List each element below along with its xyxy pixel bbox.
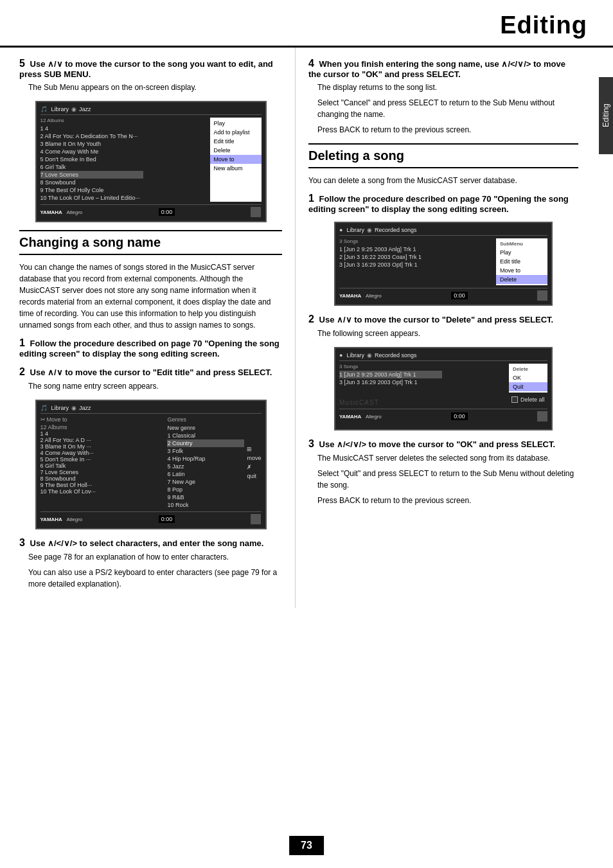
menu-item-delete: Delete <box>210 146 262 155</box>
screen-r2-time: 0:00 <box>451 412 468 420</box>
list-item: 6 Girl Talk <box>40 463 165 469</box>
screen-r2-top: ● Library ◉ Recorded songs <box>339 352 547 361</box>
step-4-body2: Select "Cancel" and press SELECT to retu… <box>317 97 578 120</box>
screen-r2-yamaha: YAMAHA Allegro <box>339 413 382 420</box>
genre-item: 10 Rock <box>167 501 244 509</box>
screen1-menu: Play Add to playlist Edit title Delete M… <box>210 118 262 202</box>
list-item: 3 [Jun 3 16:29 2003 Opt] Trk 1 <box>339 261 442 269</box>
screen1-list-header: 12 Albums <box>40 118 208 123</box>
genre-item: 5 Jazz <box>167 463 244 470</box>
menu-item-ok: OK <box>509 373 547 382</box>
screen-r1-top: ● Library ◉ Recorded songs <box>339 227 547 236</box>
step-5-header: 5 Use ∧/∨ to move the cursor to the song… <box>19 58 282 79</box>
list-item: 1 4 <box>40 125 143 132</box>
step-4-body3: Press BACK to return to the previous scr… <box>317 124 578 136</box>
yamaha-r1: YAMAHA <box>339 293 361 299</box>
screen2-category: Jazz <box>79 405 91 411</box>
step-3-delete-body1: The MusicCAST server deletes the selecte… <box>317 452 578 464</box>
step-3-body2: You can also use a PS/2 keyboard to ente… <box>28 567 282 590</box>
screen-r2-logo: ● <box>339 352 342 359</box>
page-number: 73 <box>289 836 324 855</box>
genre-item-highlighted: 2 Country <box>167 439 244 447</box>
step-2-delete-number: 2 <box>308 314 314 324</box>
screen1-library: Library <box>51 106 69 112</box>
menu-item-play: Play <box>496 248 547 257</box>
step-5-body: The Sub Menu appears on the on-screen di… <box>28 82 282 93</box>
screen-r2-library: Library <box>346 352 364 359</box>
deleting-song-title: Deleting a song <box>308 143 578 168</box>
screen-r1-sep: ◉ <box>367 227 372 233</box>
step-4-number: 4 <box>308 58 314 69</box>
step-5-number: 5 <box>19 58 25 69</box>
genres-list: New genre 1 Classical 2 Country 3 Folk 4… <box>167 424 244 509</box>
deleting-song-body: You can delete a song from the MusicCAST… <box>308 175 578 186</box>
list-item: 4 Come Away With Me <box>40 148 143 155</box>
list-item: 9 The Best Of Holl··· <box>40 482 165 488</box>
delete-menu-header: Delete <box>509 365 547 373</box>
side-label-2: move <box>247 455 261 461</box>
screen2-move-header: ✂ Move to <box>40 416 165 423</box>
step-4-body1: The display returns to the song list. <box>317 82 578 93</box>
screen2-list: 1 4 2 All For You: A D ··· 3 Blame It On… <box>40 430 165 495</box>
delete-all-row: Delete all <box>511 396 547 403</box>
screen-r2-bottom: YAMAHA Allegro 0:00 <box>339 409 547 421</box>
screen-r1-yamaha: YAMAHA Allegro <box>339 292 382 299</box>
page-header: Editing <box>0 0 613 48</box>
menu-item-edit-title: Edit title <box>210 137 262 146</box>
step-2-delete-header: 2 Use ∧/∨ to move the cursor to "Delete"… <box>308 314 578 325</box>
screen-mockup-1: 🎵 Library ◉ Jazz 12 Albums 1 4 2 All For… <box>35 101 267 222</box>
genre-item: 3 Folk <box>167 447 244 455</box>
step-2-change-header: 2 Use ∧/∨ to move the cursor to "Edit ti… <box>19 366 282 378</box>
list-item: 2 All For You: A Dedication To The N··· <box>40 132 143 140</box>
screen-r1-list: 3 Songs 1 [Jun 2 9:25 2003 Anlg] Trk 1 2… <box>339 238 493 285</box>
list-item: 10 The Look Of Lov··· <box>40 488 165 495</box>
screen1-list: 12 Albums 1 4 2 All For You: A Dedicatio… <box>40 118 208 202</box>
screen-r2-icon <box>537 411 547 421</box>
delete-all-checkbox[interactable] <box>511 396 518 403</box>
content-area: 5 Use ∧/∨ to move the cursor to the song… <box>0 48 613 608</box>
screen2-library: Library <box>51 405 69 411</box>
screen2-bottom-bar: YAMAHA Allegro 0:00 <box>40 511 262 524</box>
step-2-body: The song name entry screen appears. <box>28 380 282 392</box>
screen2-time: 0:00 <box>159 515 175 523</box>
list-item: 1 [Jun 2 9:25 2003 Anlg] Trk 1 <box>339 245 442 253</box>
step-3-number: 3 <box>19 537 25 548</box>
genres-header: Genres <box>167 416 244 423</box>
step-3-delete-header: 3 Use ∧/</∨/> to move the cursor to "OK"… <box>308 438 578 450</box>
step-3-delete-text: Use ∧/</∨/> to move the cursor to "OK" a… <box>319 439 556 449</box>
list-item: 8 Snowbound <box>40 475 165 482</box>
move-icon: ✂ <box>40 416 46 423</box>
genre-item: 7 New Age <box>167 478 244 486</box>
step-1-delete-header: 1 Follow the procedure described on page… <box>308 193 578 214</box>
screen-r1-icon <box>537 290 547 301</box>
screen1-bottom-bar: YAMAHA Allegro 0:00 <box>40 204 262 217</box>
screen2-yamaha-logo: YAMAHA Allegro <box>40 516 83 522</box>
step-3-delete: 3 Use ∧/</∨/> to move the cursor to "OK"… <box>308 438 578 506</box>
list-item: 6 Girl Talk <box>40 163 143 171</box>
step-2-delete-body: The following screen appears. <box>317 328 578 339</box>
screen1-top-bar: 🎵 Library ◉ Jazz <box>40 106 262 115</box>
screen-r1-content: 3 Songs 1 [Jun 2 9:25 2003 Anlg] Trk 1 2… <box>339 238 547 285</box>
screen2-left: ✂ Move to 12 Albums 1 4 2 All For You: A… <box>40 416 165 509</box>
screen-r1-library: Library <box>346 227 364 233</box>
screen2-logo: 🎵 <box>40 405 48 411</box>
menu-item-edit: Edit title <box>496 257 547 266</box>
screen-r2-menu-area: Delete OK Quit Delete all <box>509 364 547 406</box>
screen2-icon <box>251 514 261 524</box>
screen-right-2: ● Library ◉ Recorded songs 3 Songs 1 [Ju… <box>334 347 553 430</box>
screen1-yamaha-logo: YAMAHA Allegro <box>40 209 83 215</box>
step-3-change-header: 3 Use ∧/</∨/> to select characters, and … <box>19 537 282 549</box>
menu-item-move: Move to <box>496 266 547 275</box>
step-1-number: 1 <box>19 337 25 348</box>
screen-r1-time: 0:00 <box>451 292 468 299</box>
screen2-genres: Genres New genre 1 Classical 2 Country 3… <box>167 416 244 509</box>
screen1-time: 0:00 <box>159 208 175 216</box>
side-label-4: quit <box>247 473 261 479</box>
step-1-change-header: 1 Follow the procedure described on page… <box>19 337 282 359</box>
step-4-text: When you finish entering the song name, … <box>308 59 565 79</box>
side-tab-label: Editing <box>601 104 610 128</box>
screen2-content: ✂ Move to 12 Albums 1 4 2 All For You: A… <box>40 416 262 509</box>
changing-song-name-title: Changing a song name <box>19 230 282 255</box>
genre-item: 9 R&B <box>167 493 244 501</box>
list-item-selected: 1 [Jun 2 9:25 2003 Anlg] Trk 1 <box>339 371 442 378</box>
